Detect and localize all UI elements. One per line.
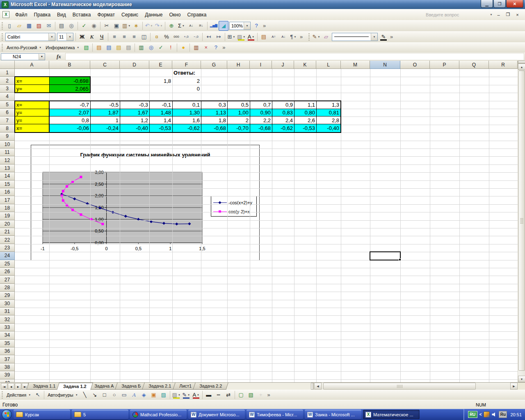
cell-J5[interactable]: 0,9 (272, 101, 294, 109)
cell-A8[interactable]: x= (15, 124, 50, 132)
spelling-button[interactable]: ✓ (79, 21, 89, 31)
taskbar-button-2[interactable]: Mathcad Professio... (130, 410, 187, 419)
font-color-button-arrow-icon[interactable]: ▼ (252, 36, 254, 38)
cut-button[interactable]: ✂ (102, 21, 112, 31)
cell-J6[interactable]: 0,83 (272, 109, 294, 117)
cell-E5[interactable]: -0,1 (150, 101, 173, 109)
scroll-left-button[interactable]: ◀ (314, 383, 322, 390)
underline-button[interactable]: Ч (97, 32, 107, 42)
increase-decimal-button[interactable]: +,0 (181, 32, 191, 42)
print-preview-button[interactable]: ◎ (66, 21, 76, 31)
row-header-17[interactable]: 17 (0, 196, 15, 204)
lingvo-help-button[interactable]: ? (211, 43, 221, 52)
library-button[interactable]: ▥ (191, 43, 201, 52)
row-header-36[interactable]: 36 (0, 347, 15, 355)
comment-button[interactable]: ● (178, 43, 188, 52)
zoom-select-arrow-icon[interactable]: ▼ (244, 22, 250, 30)
translate-clipboard-button[interactable]: ▤ (123, 43, 133, 52)
dash-style-button[interactable]: ┅ (214, 390, 224, 400)
row-header-11[interactable]: 11 (0, 148, 15, 156)
row-header-12[interactable]: 12 (0, 156, 15, 164)
cell-H8[interactable]: -0,70 (228, 124, 250, 132)
cell-B6[interactable]: 2,07 (50, 109, 91, 117)
cell-F2[interactable]: 2 (172, 77, 201, 84)
column-header-Q[interactable]: Q (459, 61, 489, 69)
insert-function-button[interactable]: fx (57, 53, 61, 60)
cell-B7[interactable]: 0,8 (50, 116, 91, 124)
erase-border-button[interactable]: ▱ (321, 32, 331, 42)
row-header-14[interactable]: 14 (0, 172, 15, 180)
cell-I6[interactable]: 0,90 (250, 109, 272, 117)
cell-I5[interactable]: 0,7 (250, 101, 272, 109)
embedded-chart[interactable]: График функции системы неинейных уравнен… (31, 145, 260, 260)
menu-file[interactable]: Файл (12, 11, 31, 19)
cell-G8[interactable]: -0,68 (201, 124, 228, 132)
dictionary-subject-menu[interactable]: Информатика▼ (43, 44, 81, 51)
line-color-button[interactable]: ✎▼ (181, 390, 191, 400)
close-workbook-button[interactable]: × (514, 12, 521, 17)
toolbar-options-button[interactable]: » (298, 32, 304, 42)
clipart-button[interactable]: ▣ (149, 390, 159, 400)
column-header-J[interactable]: J (272, 61, 294, 69)
column-header-K[interactable]: K (294, 61, 316, 69)
column-header-P[interactable]: P (430, 61, 459, 69)
cell-H5[interactable]: 0,5 (228, 101, 250, 109)
previous-sheet-button[interactable]: ◀ (8, 383, 14, 390)
cell-E2[interactable]: 1,8 (149, 77, 172, 84)
chart-wizard-button[interactable]: ▂▅▇ (209, 21, 219, 31)
shadow-style-button[interactable]: ▢ (236, 390, 246, 400)
select-all-corner[interactable] (0, 61, 15, 69)
cell-D5[interactable]: -0,3 (120, 101, 150, 109)
diagram-button[interactable]: ◈ (139, 390, 149, 400)
row-header-21[interactable]: 21 (0, 228, 15, 236)
row-header-18[interactable]: 18 (0, 204, 15, 212)
cell-C5[interactable]: -0,5 (91, 101, 120, 109)
translate-from-screen-button[interactable]: ▤ (104, 43, 114, 52)
line-style-select[interactable]: ▼ (332, 33, 378, 41)
decrease-decimal-button[interactable]: −,0 (191, 32, 201, 42)
fill-color-button[interactable]: ▨▼ (236, 32, 246, 42)
row-header-1[interactable]: 1 (0, 69, 15, 77)
font-color-button[interactable]: А▼ (246, 32, 256, 42)
column-header-E[interactable]: E (149, 61, 172, 69)
taskbar-button-1[interactable]: 5 (72, 410, 128, 419)
column-header-H[interactable]: H (227, 61, 250, 69)
formula-input[interactable] (65, 53, 524, 60)
toolbar-options-button[interactable]: » (266, 390, 272, 400)
column-header-A[interactable]: A (15, 61, 49, 69)
word-forms-button[interactable]: ! (166, 43, 176, 52)
scroll-right-button[interactable]: ▶ (510, 383, 518, 390)
borders-button[interactable]: ⊞▼ (226, 32, 236, 42)
scroll-down-button[interactable]: ▼ (518, 376, 525, 382)
column-header-O[interactable]: O (400, 61, 430, 69)
close-tools-button[interactable]: × (201, 43, 211, 52)
column-header-G[interactable]: G (201, 61, 227, 69)
name-box[interactable]: N24 ▼ (1, 53, 45, 60)
print-button[interactable]: ▤ (57, 21, 66, 31)
column-header-I[interactable]: I (250, 61, 272, 69)
menu-help[interactable]: Справка (184, 11, 210, 19)
row-header-32[interactable]: 32 (0, 315, 15, 323)
horizontal-scroll-track[interactable] (322, 383, 510, 390)
research-button[interactable]: ◉ (89, 21, 99, 31)
draw-border-button-arrow-icon[interactable]: ▼ (317, 36, 320, 38)
line-style-button[interactable]: ▬ (204, 390, 214, 400)
tab-split-handle[interactable] (311, 383, 314, 390)
permission-button[interactable]: ▨ (34, 21, 44, 31)
row-header-3[interactable]: 3 (0, 85, 15, 93)
draw-border-button[interactable]: ✎▼ (311, 32, 321, 42)
format-painter-button[interactable]: ∗ (131, 21, 141, 31)
next-sheet-button[interactable]: ▶ (15, 383, 21, 390)
row-header-6[interactable]: 6 (0, 109, 15, 116)
cell-E8[interactable]: -0,53 (150, 124, 173, 132)
volume-icon[interactable] (492, 412, 497, 417)
paste-button[interactable]: ▥▼ (121, 21, 131, 31)
borders-button-arrow-icon[interactable]: ▼ (233, 36, 235, 38)
taskbar-button-0[interactable]: Курсак (14, 410, 70, 419)
autosum-button-arrow-icon[interactable]: ▼ (182, 25, 185, 27)
taskbar-button-5[interactable]: WЗаика - Microsoft ... (305, 410, 361, 419)
cell-A3[interactable]: y= (15, 85, 50, 92)
row-header-33[interactable]: 33 (0, 324, 15, 331)
row-header-2[interactable]: 2 (0, 77, 15, 84)
first-sheet-button[interactable]: |◀ (1, 383, 7, 390)
